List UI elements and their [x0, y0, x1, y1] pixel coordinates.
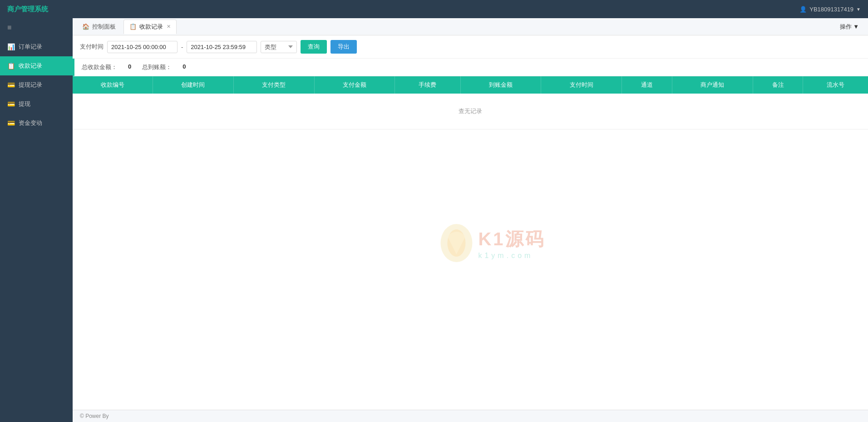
- sidebar-toggle[interactable]: ≡: [0, 18, 73, 37]
- col-create-time: 创建时间: [153, 76, 233, 94]
- user-menu[interactable]: 👤 YB18091317419 ▼: [799, 6, 861, 13]
- app-title: 商户管理系统: [7, 5, 48, 14]
- sidebar-item-funds[interactable]: 💳 资金变动: [0, 114, 73, 133]
- sidebar-item-orders-label: 订单记录: [19, 43, 42, 51]
- watermark: K1源码 k1ym.com: [438, 223, 545, 263]
- time-filter-label: 支付时间: [80, 43, 104, 51]
- sidebar-item-receipts[interactable]: 📋 收款记录: [0, 56, 73, 75]
- sidebar-item-withdraw[interactable]: 💳 提现: [0, 94, 73, 114]
- receipts-icon: 📋: [7, 62, 15, 70]
- tab-bar: 🏠 控制面板 📋 收款记录 ✕ 操作 ▼: [73, 18, 868, 35]
- col-fee: 手续费: [395, 76, 460, 94]
- total-settled-label: 总到账额：: [142, 63, 172, 71]
- sidebar-item-receipts-label: 收款记录: [19, 62, 42, 70]
- receipts-table: 收款编号 创建时间 支付类型 支付金额 手续费 到账金额 支付时间 通道 商户通…: [73, 76, 868, 129]
- total-received-value: 0: [128, 63, 131, 71]
- type-select[interactable]: 类型: [261, 41, 297, 53]
- main-layout: ≡ 📊 订单记录 📋 收款记录 💳 提现记录 💳 提现 💳 资金变动 🏠: [0, 18, 868, 422]
- tab-receipts-label: 收款记录: [139, 23, 163, 31]
- funds-icon: 💳: [7, 119, 15, 127]
- watermark-sub: k1ym.com: [478, 252, 545, 260]
- tab-dashboard[interactable]: 🏠 控制面板: [76, 20, 122, 34]
- withdraw-icon: 💳: [7, 100, 15, 108]
- chevron-down-icon: ▼: [856, 7, 861, 12]
- query-button[interactable]: 查询: [301, 40, 327, 54]
- total-received-label: 总收款金额：: [82, 63, 117, 71]
- export-button[interactable]: 导出: [330, 40, 357, 54]
- tab-close-icon[interactable]: ✕: [167, 24, 171, 30]
- end-time-input[interactable]: [187, 41, 257, 53]
- withdrawals-icon: 💳: [7, 81, 15, 89]
- operations-label: 操作 ▼: [840, 23, 859, 31]
- orders-icon: 📊: [7, 43, 15, 50]
- sidebar-item-withdrawals-label: 提现记录: [19, 81, 42, 89]
- tab-dashboard-icon: 🏠: [82, 23, 89, 30]
- col-remark: 备注: [753, 76, 803, 94]
- table-container: 收款编号 创建时间 支付类型 支付金额 手续费 到账金额 支付时间 通道 商户通…: [73, 76, 868, 129]
- svg-point-0: [440, 224, 472, 262]
- col-merchant-notify: 商户通知: [672, 76, 753, 94]
- user-icon: 👤: [799, 6, 807, 13]
- watermark-text: K1源码: [478, 227, 545, 252]
- table-header-row: 收款编号 创建时间 支付类型 支付金额 手续费 到账金额 支付时间 通道 商户通…: [73, 76, 868, 94]
- top-navbar: 商户管理系统 👤 YB18091317419 ▼: [0, 0, 868, 18]
- sidebar-item-withdraw-label: 提现: [19, 100, 30, 108]
- sidebar-item-withdrawals[interactable]: 💳 提现记录: [0, 75, 73, 94]
- col-payment-time: 支付时间: [541, 76, 622, 94]
- footer-text: © Power By: [80, 413, 109, 419]
- tab-receipts[interactable]: 📋 收款记录 ✕: [123, 20, 177, 34]
- empty-text: 查无记录: [73, 94, 868, 129]
- tab-bar-left: 🏠 控制面板 📋 收款记录 ✕: [76, 18, 177, 35]
- tab-receipts-icon: 📋: [129, 23, 137, 30]
- col-settled-amount: 到账金额: [460, 76, 541, 94]
- empty-row: 查无记录: [73, 94, 868, 129]
- col-channel: 通道: [622, 76, 672, 94]
- stats-bar: 总收款金额： 0 总到账额： 0: [73, 59, 868, 76]
- tab-dashboard-label: 控制面板: [92, 23, 116, 31]
- username: YB18091317419: [809, 6, 853, 13]
- table-wrapper: K1源码 k1ym.com 收款编号 创建时间 支付类型 支付金额 手续费: [73, 76, 868, 410]
- watermark-logo-svg: [438, 223, 474, 263]
- col-payment-amount: 支付金额: [314, 76, 395, 94]
- start-time-input[interactable]: [107, 41, 178, 53]
- footer: © Power By: [73, 410, 868, 422]
- filter-bar: 支付时间 - 类型 查询 导出: [73, 35, 868, 59]
- date-separator: -: [181, 44, 183, 50]
- col-payment-type: 支付类型: [233, 76, 314, 94]
- total-settled-value: 0: [182, 63, 186, 71]
- svg-point-1: [447, 229, 465, 257]
- operations-button[interactable]: 操作 ▼: [834, 23, 864, 31]
- sidebar: ≡ 📊 订单记录 📋 收款记录 💳 提现记录 💳 提现 💳 资金变动: [0, 18, 73, 422]
- col-receipt-no: 收款编号: [73, 76, 153, 94]
- sidebar-item-funds-label: 资金变动: [19, 119, 42, 127]
- col-transaction-no: 流水号: [803, 76, 868, 94]
- content-area: 🏠 控制面板 📋 收款记录 ✕ 操作 ▼ 支付时间 - 类型 查: [73, 18, 868, 422]
- sidebar-item-orders[interactable]: 📊 订单记录: [0, 37, 73, 56]
